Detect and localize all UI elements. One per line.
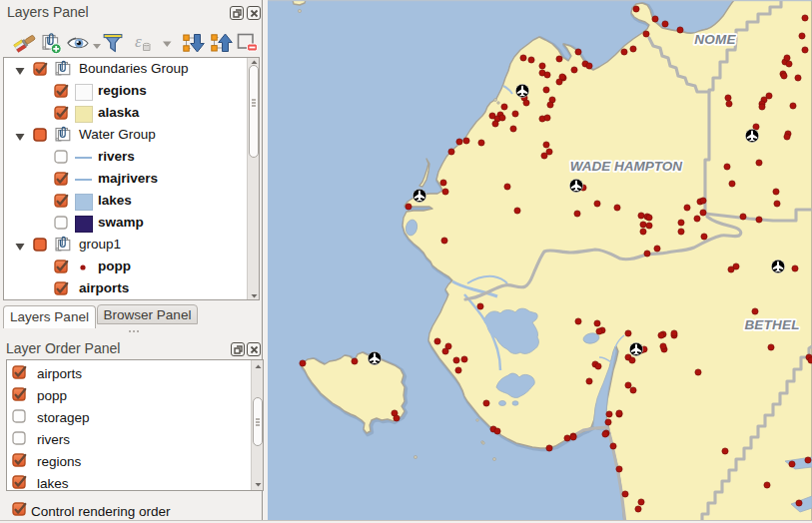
svg-text:BETHEL: BETHEL [744,317,799,332]
svg-text:ε: ε [135,33,142,51]
svg-text:NOME: NOME [694,32,736,47]
svg-text:WADE HAMPTON: WADE HAMPTON [570,159,683,174]
